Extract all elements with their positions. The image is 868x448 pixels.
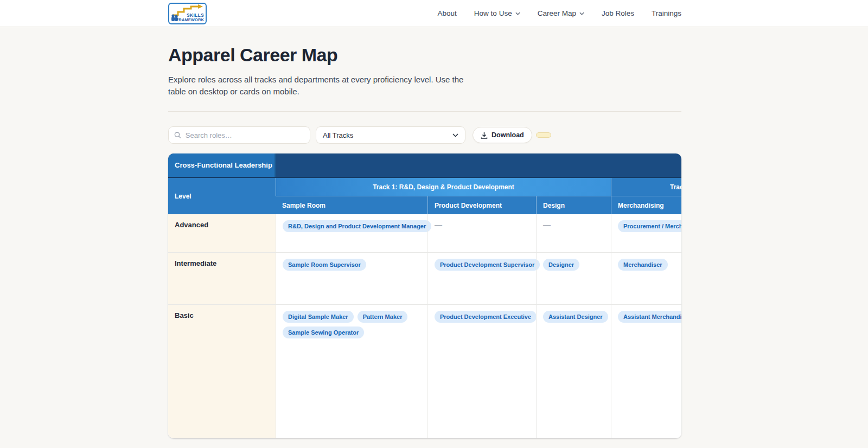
role-pill[interactable]: Digital Sample Maker <box>283 311 354 323</box>
nav-label: How to Use <box>474 9 512 17</box>
dept-header-sample-room: Sample Room <box>276 196 427 214</box>
nav-label: Career Map <box>538 9 576 17</box>
cell-basic-sample-room: Digital Sample Maker Pattern Maker Sampl… <box>276 305 427 438</box>
table-row-intermediate: Intermediate Sample Room Supervisor Prod… <box>168 252 681 304</box>
track2-header: Trac <box>611 178 681 196</box>
logo-line-framework: FRAMEWORK <box>176 18 204 22</box>
nav-label: Job Roles <box>602 9 634 17</box>
level-label: Intermediate <box>168 253 276 304</box>
main-nav: About How to Use Career Map Job Roles Tr… <box>438 9 681 17</box>
track-filter-select[interactable]: All Tracks <box>316 126 465 144</box>
cell-advanced-product-development: — <box>427 214 536 252</box>
page-title: Apparel Career Map <box>168 44 681 66</box>
search-box[interactable] <box>168 126 310 144</box>
nav-item-trainings[interactable]: Trainings <box>652 9 681 17</box>
legend-toggle[interactable] <box>536 132 551 138</box>
track1-header: Track 1: R&D, Design & Product Developme… <box>276 178 611 196</box>
table-row-basic: Basic Digital Sample Maker Pattern Maker… <box>168 304 681 438</box>
main-content: Apparel Career Map Explore roles across … <box>168 27 681 438</box>
nav-label: Trainings <box>652 9 681 17</box>
logo-wordmark: SKILLS FRAMEWORK <box>176 13 204 22</box>
skills-framework-logo[interactable]: SKILLS FRAMEWORK <box>168 3 207 24</box>
chevron-down-icon <box>452 133 458 137</box>
cell-intermediate-sample-room: Sample Room Supervisor <box>276 253 427 304</box>
search-input[interactable] <box>186 131 304 139</box>
cell-advanced-sample-room: R&D, Design and Product Development Mana… <box>276 214 427 252</box>
section-divider <box>168 111 681 112</box>
table-row-advanced: Advanced R&D, Design and Product Develop… <box>168 214 681 252</box>
dept-header-merchandising: Merchandising <box>611 196 681 214</box>
nav-label: About <box>438 9 457 17</box>
role-pill[interactable]: Product Development Executive <box>435 311 537 323</box>
level-column-header: Level <box>168 178 276 214</box>
role-pill[interactable]: Sample Sewing Operator <box>283 327 364 338</box>
cross-functional-band: Cross-Functional Leadership <box>168 153 681 178</box>
role-pill[interactable]: Assistant Merchandiser <box>618 311 681 323</box>
top-navigation-bar: SKILLS FRAMEWORK About How to Use Career… <box>0 0 868 27</box>
role-pill[interactable]: Assistant Designer <box>543 311 608 323</box>
role-pill[interactable]: Designer <box>543 259 579 271</box>
role-pill[interactable]: Merchandiser <box>618 259 668 271</box>
cell-intermediate-design: Designer <box>536 253 611 304</box>
role-pill[interactable]: Product Development Supervisor <box>435 259 540 271</box>
role-pill[interactable]: Procurement / Merchandisi <box>618 220 681 232</box>
page-subtitle: Explore roles across all tracks and depa… <box>168 74 464 98</box>
career-map-table: Cross-Functional Leadership Level Track … <box>168 153 681 438</box>
chevron-down-icon <box>515 12 520 15</box>
cell-basic-design: Assistant Designer <box>536 305 611 438</box>
track-filter-value: All Tracks <box>323 131 353 139</box>
role-pill[interactable]: R&D, Design and Product Development Mana… <box>283 220 431 232</box>
dept-header-product-development: Product Development <box>427 196 536 214</box>
cell-basic-product-development: Product Development Executive <box>427 305 536 438</box>
dept-header-design: Design <box>536 196 611 214</box>
nav-item-career-map[interactable]: Career Map <box>538 9 584 17</box>
cell-advanced-merchandising: Procurement / Merchandisi <box>611 214 681 252</box>
toolbar: All Tracks Download <box>168 126 681 144</box>
empty-marker: — <box>435 220 442 229</box>
nav-item-how-to-use[interactable]: How to Use <box>474 9 520 17</box>
nav-item-job-roles[interactable]: Job Roles <box>602 9 634 17</box>
chevron-down-icon <box>579 12 584 15</box>
level-label: Advanced <box>168 214 276 252</box>
role-pill[interactable]: Sample Room Supervisor <box>283 259 366 271</box>
role-pill[interactable]: Pattern Maker <box>358 311 408 323</box>
download-button[interactable]: Download <box>473 127 532 143</box>
download-label: Download <box>492 131 524 139</box>
level-label: Basic <box>168 305 276 438</box>
download-icon <box>481 132 488 139</box>
empty-marker: — <box>543 220 551 229</box>
cross-functional-leadership-header[interactable]: Cross-Functional Leadership <box>168 153 276 177</box>
cell-intermediate-merchandising: Merchandiser <box>611 253 681 304</box>
nav-item-about[interactable]: About <box>438 9 457 17</box>
cell-advanced-design: — <box>536 214 611 252</box>
cell-basic-merchandising: Assistant Merchandiser <box>611 305 681 438</box>
cell-intermediate-product-development: Product Development Supervisor <box>427 253 536 304</box>
table-header: Level Track 1: R&D, Design & Product Dev… <box>168 178 681 214</box>
search-icon <box>174 131 181 139</box>
